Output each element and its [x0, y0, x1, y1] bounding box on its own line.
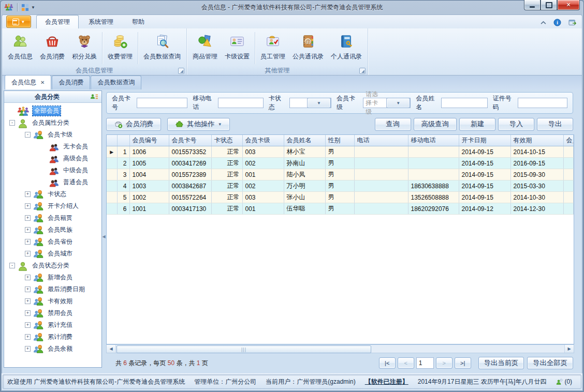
column-header-移动电话[interactable]: 移动电话	[408, 135, 459, 146]
ribbon-button-personal-contacts[interactable]: 个人通讯录	[327, 30, 366, 66]
column-header-开卡日期[interactable]: 开卡日期	[459, 135, 510, 146]
new-button[interactable]: 新建	[459, 118, 495, 131]
table-cell[interactable]: 1004	[129, 169, 169, 180]
table-cell[interactable]	[354, 158, 408, 169]
column-header-卡状态[interactable]: 卡状态	[211, 135, 242, 146]
table-cell[interactable]: 正常	[211, 192, 242, 203]
expand-node-icon[interactable]: +	[25, 334, 31, 340]
ribbon-button-member-data-query[interactable]: 会员数据查询	[140, 30, 184, 66]
table-cell[interactable]: 0015572264	[169, 192, 211, 203]
table-cell[interactable]	[563, 146, 574, 158]
table-cell[interactable]: 002	[242, 180, 284, 192]
table-cell[interactable]	[354, 180, 408, 192]
table-cell[interactable]	[408, 169, 459, 180]
member-data-query-tab[interactable]: 会员数据查询	[91, 76, 141, 89]
collapse-node-icon[interactable]: -	[25, 132, 31, 138]
table-cell[interactable]: 正常	[211, 180, 242, 192]
table-row[interactable]: 310040015572389正常001陆小凤男2014-09-152015-0…	[107, 169, 574, 180]
qat-dropdown-caret[interactable]: ▼	[31, 5, 35, 10]
scrollbar-thumb[interactable]: |||	[116, 345, 371, 353]
chevron-down-icon[interactable]: ▼	[307, 98, 331, 108]
expand-node-icon[interactable]: +	[25, 287, 31, 292]
prev-page-button[interactable]: <	[398, 357, 414, 369]
expand-node-icon[interactable]: +	[25, 215, 31, 221]
table-cell[interactable]: 18620292076	[408, 203, 459, 215]
table-cell[interactable]: 002	[242, 158, 284, 169]
collapse-ribbon-icon[interactable]	[541, 21, 546, 25]
table-cell[interactable]: 2015-03-30	[510, 180, 563, 192]
table-cell[interactable]	[563, 158, 574, 169]
tree-item-member-balance[interactable]: +会员余额	[4, 343, 101, 355]
member-consume-tab[interactable]: 会员消费	[52, 76, 90, 89]
expand-node-icon[interactable]: +	[25, 322, 31, 328]
tree-item-member-status-category[interactable]: -会员状态分类	[4, 260, 101, 272]
mobile-phone-input[interactable]	[218, 98, 264, 108]
table-cell[interactable]: 正常	[211, 146, 242, 158]
member-name-input[interactable]	[441, 98, 488, 108]
ribbon-button-member-info[interactable]: 会员信息	[4, 30, 36, 66]
tree-item-new-members[interactable]: +新增会员	[4, 272, 101, 283]
export-all-pages-button[interactable]: 导出全部页	[527, 357, 573, 369]
table-cell[interactable]: 伍华聪	[284, 203, 325, 215]
export-current-page-button[interactable]: 导出当前页	[478, 357, 524, 369]
tree-item-disabled-members[interactable]: +禁用会员	[4, 307, 101, 319]
table-cell[interactable]: 正常	[211, 169, 242, 180]
column-header-会员编号[interactable]: 会员编号	[129, 135, 169, 146]
query-button[interactable]: 查询	[375, 118, 411, 131]
table-cell[interactable]: 男	[325, 146, 354, 158]
table-cell[interactable]	[563, 169, 574, 180]
table-cell[interactable]	[354, 192, 408, 203]
table-cell[interactable]: 0015573352	[169, 146, 211, 158]
table-cell[interactable]: 2014-09-15	[459, 146, 510, 158]
table-cell[interactable]: 1005	[129, 158, 169, 169]
ribbon-button-card-level-settings[interactable]: 卡级设置	[221, 30, 253, 66]
column-header-会员[interactable]: 会员	[563, 135, 574, 146]
expand-node-icon[interactable]: +	[25, 251, 31, 257]
column-header-有效期[interactable]: 有效期	[510, 135, 563, 146]
tree-item-total-consume[interactable]: +累计消费	[4, 331, 101, 343]
chevron-down-icon[interactable]: ▼	[386, 98, 410, 108]
column-header-会员卡号[interactable]: 会员卡号	[169, 135, 211, 146]
ribbon-button-fee-management[interactable]: 收费管理	[104, 30, 136, 66]
table-row[interactable]: 410030003842687正常002万小明男186306388882014-…	[107, 180, 574, 192]
tree-item-senior-member[interactable]: 高级会员	[4, 153, 101, 164]
member-info-tab[interactable]: 会员信息✕	[5, 75, 51, 89]
table-cell[interactable]: 001	[242, 169, 284, 180]
table-cell[interactable]: 1006	[129, 146, 169, 158]
table-cell[interactable]: 1003	[129, 180, 169, 192]
advanced-query-button[interactable]: 高级查询	[414, 118, 457, 131]
member-list-icon[interactable]	[90, 93, 98, 100]
tree-item-normal-member[interactable]: 普通会员	[4, 176, 101, 188]
expand-node-icon[interactable]: +	[25, 298, 31, 304]
tree-item-last-consume-date[interactable]: +最后消费日期	[4, 283, 101, 295]
expand-node-icon[interactable]: +	[25, 203, 31, 209]
ribbon-button-points-exchange[interactable]: 积分兑换	[68, 30, 100, 66]
ribbon-button-staff-management[interactable]: 员工管理	[257, 30, 289, 66]
expand-node-icon[interactable]: +	[25, 191, 31, 197]
table-cell[interactable]: 2014-09-15	[459, 169, 510, 180]
table-cell[interactable]: 正常	[211, 203, 242, 215]
table-cell[interactable]: 2014-12-30	[510, 203, 563, 215]
table-cell[interactable]: 万小明	[284, 180, 325, 192]
table-cell[interactable]: 2015-09-30	[510, 169, 563, 180]
member-consume-button[interactable]: 会员消费	[106, 118, 161, 131]
table-row[interactable]: 510020015572264正常003张小山男135265088882014-…	[107, 192, 574, 203]
table-cell[interactable]: 陆小凤	[284, 169, 325, 180]
close-tab-icon[interactable]: ✕	[40, 80, 45, 85]
table-cell[interactable]	[563, 180, 574, 192]
dialog-launcher-icon[interactable]	[178, 68, 184, 74]
table-cell[interactable]: 13526508888	[408, 192, 459, 203]
table-cell[interactable]: 001	[242, 203, 284, 215]
next-page-button[interactable]: >	[436, 357, 452, 369]
table-cell[interactable]: 男	[325, 169, 354, 180]
column-header-性别[interactable]: 性别	[325, 135, 354, 146]
table-row[interactable]: 210050003417269正常002孙南山男2014-09-152016-0…	[107, 158, 574, 169]
menu-tab-system-management[interactable]: 系统管理	[80, 15, 122, 29]
table-cell[interactable]	[563, 192, 574, 203]
minimize-button[interactable]	[524, 0, 541, 10]
expand-node-icon[interactable]: +	[25, 310, 31, 316]
expand-node-icon[interactable]: +	[25, 227, 31, 233]
table-cell[interactable]	[354, 203, 408, 215]
table-row[interactable]: ▶110060015573352正常003林小宝男2014-09-152014-…	[107, 146, 574, 158]
tree-item-member-city[interactable]: +会员城市	[4, 248, 101, 260]
